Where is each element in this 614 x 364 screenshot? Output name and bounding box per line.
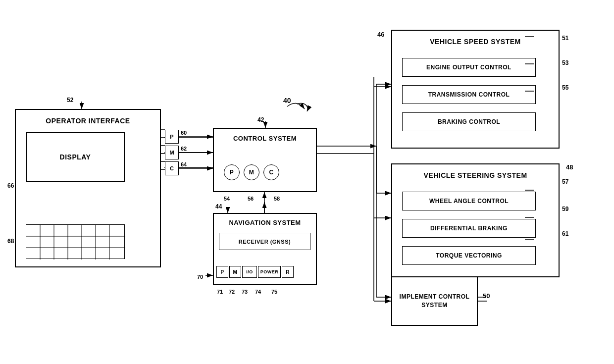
nav-io-box: I/O [242,266,257,278]
vehicle-speed-system-label: VEHICLE SPEED SYSTEM [392,38,559,46]
nav-m-box: M [229,266,241,278]
control-system-label: CONTROL SYSTEM [214,135,316,142]
braking-control-box: BRAKING CONTROL [402,112,536,131]
transmission-control-box: TRANSMISSION CONTROL [402,85,536,104]
operator-interface-label: OPERATOR INTERFACE [16,117,160,125]
label-48: 48 [566,163,573,171]
label-51: 51 [562,35,568,42]
grid-svg [26,225,125,260]
label-61: 61 [562,230,568,237]
label-66: 66 [7,182,14,189]
display-box: DISPLAY [26,132,125,182]
cs-c-box: C [263,164,279,180]
label-68: 68 [7,238,14,245]
navigation-system-box: NAVIGATION SYSTEM RECEIVER (GNSS) P M I/… [213,213,317,285]
label-72: 72 [229,289,235,295]
label-55: 55 [562,84,568,91]
diagram: OPERATOR INTERFACE DISPLAY 52 66 68 [0,0,614,364]
vehicle-steering-system-box: VEHICLE STEERING SYSTEM WHEEL ANGLE CONT… [391,163,560,277]
label-42: 42 [257,116,264,123]
label-71: 71 [217,289,223,295]
nav-power-box: POWER [258,266,281,278]
differential-braking-box: DIFFERENTIAL BRAKING [402,219,536,238]
label-73: 73 [242,289,248,295]
label-50: 50 [483,292,490,300]
label-62: 62 [181,146,187,152]
control-system-box: CONTROL SYSTEM P M C [213,128,317,192]
op-m-box: M [165,146,179,159]
label-70: 70 [197,274,203,280]
label-58: 58 [274,196,280,202]
op-p-box: P [165,130,179,144]
receiver-gnss-box: RECEIVER (GNSS) [219,233,310,250]
label-44: 44 [215,203,222,210]
vehicle-speed-system-box: VEHICLE SPEED SYSTEM ENGINE OUTPUT CONTR… [391,30,560,149]
label-59: 59 [562,206,568,212]
vehicle-steering-system-label: VEHICLE STEERING SYSTEM [392,171,559,179]
label-74: 74 [255,289,261,295]
label-52: 52 [67,97,73,104]
wheel-angle-control-box: WHEEL ANGLE CONTROL [402,192,536,210]
label-75: 75 [271,289,277,295]
label-57: 57 [562,178,568,185]
label-60: 60 [181,130,187,136]
display-label: DISPLAY [60,153,91,161]
label-64: 64 [181,161,187,167]
navigation-system-label: NAVIGATION SYSTEM [214,219,316,226]
grid-area [26,224,125,259]
label-53: 53 [562,59,568,66]
label-56: 56 [248,196,254,202]
implement-control-system-box: IMPLEMENT CONTROL SYSTEM [391,276,478,326]
cs-m-box: M [244,164,259,180]
implement-control-system-label: IMPLEMENT CONTROL SYSTEM [392,293,477,310]
label-46: 46 [377,31,384,38]
nav-p-box: P [216,266,228,278]
nav-r-box: R [282,266,294,278]
torque-vectoring-box: TORQUE VECTORING [402,246,536,265]
label-54: 54 [224,196,230,202]
label-40: 40 [283,97,291,104]
cs-p-box: P [224,164,240,180]
engine-output-control-box: ENGINE OUTPUT CONTROL [402,58,536,77]
op-c-box: C [165,161,179,175]
operator-interface-box: OPERATOR INTERFACE DISPLAY [15,109,161,267]
